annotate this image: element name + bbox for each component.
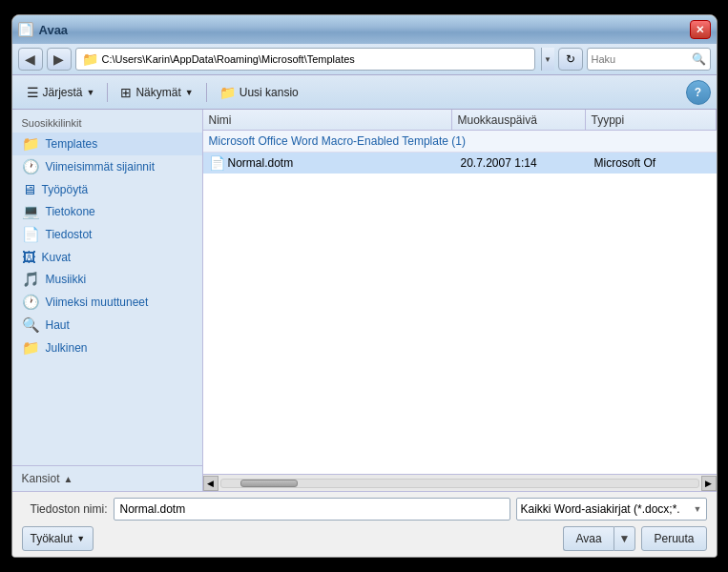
column-header-type[interactable]: Tyyppi bbox=[586, 110, 717, 130]
sidebar-item-label-public: Julkinen bbox=[46, 341, 88, 355]
sidebar-item-label-recent: Viimeisimmät sijainnit bbox=[46, 160, 155, 174]
file-list-area: Nimi Muokkauspäivä Tyyppi Microsoft Offi… bbox=[203, 110, 717, 491]
sidebar: Suosikkilinkit 📁 Templates 🕐 Viimeisimmä… bbox=[12, 110, 203, 491]
filetype-value: Kaikki Word-asiakirjat (*.docx;*. bbox=[521, 502, 680, 516]
search-bar: 🔍 bbox=[587, 48, 711, 71]
buttons-row: Työkalut ▼ Avaa ▼ Peruuta bbox=[22, 526, 707, 551]
sidebar-item-label-templates: Templates bbox=[46, 137, 98, 151]
sidebar-item-label-searches: Haut bbox=[46, 318, 70, 332]
sidebar-bottom: Kansiot ▲ bbox=[12, 465, 202, 491]
address-dropdown-button[interactable]: ▼ bbox=[541, 48, 554, 71]
sidebar-item-pictures[interactable]: 🖼 Kuvat bbox=[12, 246, 202, 268]
sidebar-searches-icon: 🔍 bbox=[22, 317, 40, 334]
file-items-container: Microsoft Office Word Macro-Enabled Temp… bbox=[203, 131, 717, 474]
organize-label: Järjestä bbox=[43, 86, 83, 99]
sidebar-item-documents[interactable]: 📄 Tiedostot bbox=[12, 223, 202, 246]
sidebar-templates-icon: 📁 bbox=[22, 135, 40, 153]
cancel-label: Peruuta bbox=[654, 532, 694, 545]
scroll-left-button[interactable]: ◀ bbox=[203, 476, 218, 491]
sidebar-item-public[interactable]: 📁 Julkinen bbox=[12, 337, 202, 359]
filename-label: Tiedoston nimi: bbox=[22, 502, 108, 516]
file-date-normal-dotm: 20.7.2007 1:14 bbox=[461, 156, 594, 170]
search-icon-button[interactable]: 🔍 bbox=[689, 49, 710, 70]
sidebar-item-label-pictures: Kuvat bbox=[42, 251, 72, 264]
new-folder-button[interactable]: 📁 Uusi kansio bbox=[211, 79, 307, 106]
sidebar-computer-icon: 💻 bbox=[22, 203, 40, 220]
file-group-header: Microsoft Office Word Macro-Enabled Temp… bbox=[203, 131, 717, 153]
scroll-track[interactable] bbox=[220, 479, 699, 488]
sidebar-item-recent-locations[interactable]: 🕐 Viimeisimmät sijainnit bbox=[12, 155, 202, 178]
horizontal-scrollbar[interactable]: ◀ ▶ bbox=[203, 474, 717, 491]
file-open-dialog: 📄 Avaa ✕ ◀ ▶ 📁 C:\Users\Karin\AppData\Ro… bbox=[11, 14, 718, 558]
tools-dropdown-icon: ▼ bbox=[76, 534, 85, 543]
open-dropdown-icon: ▼ bbox=[619, 532, 631, 545]
organize-dropdown-icon: ▼ bbox=[87, 88, 95, 97]
sidebar-item-music[interactable]: 🎵 Musiikki bbox=[12, 268, 202, 291]
tools-label: Työkalut bbox=[31, 532, 73, 545]
title-bar: 📄 Avaa ✕ bbox=[12, 15, 717, 44]
folder-icon: 📁 bbox=[82, 51, 98, 67]
scroll-thumb[interactable] bbox=[240, 480, 298, 487]
column-headers: Nimi Muokkauspäivä Tyyppi bbox=[203, 110, 717, 131]
views-icon: ⊞ bbox=[120, 85, 132, 100]
filename-row: Tiedoston nimi: Kaikki Word-asiakirjat (… bbox=[22, 498, 707, 521]
filetype-dropdown-arrow-icon: ▼ bbox=[694, 504, 702, 514]
forward-button[interactable]: ▶ bbox=[47, 48, 72, 71]
sidebar-item-templates[interactable]: 📁 Templates bbox=[12, 133, 202, 155]
toolbar-divider-1 bbox=[107, 83, 108, 102]
address-bar: ◀ ▶ 📁 C:\Users\Karin\AppData\Roaming\Mic… bbox=[12, 44, 717, 75]
forward-arrow-icon: ▶ bbox=[53, 51, 64, 67]
toolbar-divider-2 bbox=[206, 83, 207, 102]
filetype-dropdown[interactable]: Kaikki Word-asiakirjat (*.docx;*. ▼ bbox=[516, 498, 707, 521]
folders-collapse-icon: ▲ bbox=[64, 474, 73, 484]
sidebar-pictures-icon: 🖼 bbox=[22, 249, 36, 265]
sidebar-item-label-computer: Tietokone bbox=[46, 205, 95, 218]
sidebar-item-desktop[interactable]: 🖥 Työpöytä bbox=[12, 178, 202, 200]
refresh-icon: ↻ bbox=[566, 52, 575, 66]
sidebar-recent-icon: 🕐 bbox=[22, 158, 40, 175]
open-button[interactable]: Avaa bbox=[563, 526, 613, 551]
folders-label: Kansiot bbox=[22, 472, 60, 485]
back-arrow-icon: ◀ bbox=[25, 51, 35, 67]
file-item-normal-dotm[interactable]: 📄 Normal.dotm 20.7.2007 1:14 Microsoft O… bbox=[203, 153, 717, 174]
sidebar-desktop-icon: 🖥 bbox=[22, 181, 36, 197]
sidebar-recently-changed-icon: 🕐 bbox=[22, 294, 40, 311]
window-icon: 📄 bbox=[18, 22, 33, 37]
folders-section-header[interactable]: Kansiot ▲ bbox=[22, 472, 193, 485]
toolbar: ☰ Järjestä ▼ ⊞ Näkymät ▼ 📁 Uusi kansio ? bbox=[12, 75, 717, 110]
sidebar-public-icon: 📁 bbox=[22, 339, 40, 357]
back-button[interactable]: ◀ bbox=[18, 48, 43, 71]
file-type-normal-dotm: Microsoft Of bbox=[594, 156, 711, 170]
sidebar-item-label-desktop: Työpöytä bbox=[42, 183, 89, 196]
sidebar-item-label-music: Musiikki bbox=[46, 273, 87, 286]
cancel-button[interactable]: Peruuta bbox=[641, 526, 706, 551]
address-path-text: C:\Users\Karin\AppData\Roaming\Microsoft… bbox=[102, 53, 355, 65]
open-dropdown-button[interactable]: ▼ bbox=[614, 526, 636, 551]
tools-button[interactable]: Työkalut ▼ bbox=[22, 526, 94, 551]
close-button[interactable]: ✕ bbox=[690, 20, 711, 39]
sidebar-item-label-documents: Tiedostot bbox=[46, 228, 93, 241]
refresh-button[interactable]: ↻ bbox=[558, 48, 583, 71]
search-input[interactable] bbox=[588, 53, 689, 65]
sidebar-item-recently-changed[interactable]: 🕐 Viimeksi muuttuneet bbox=[12, 291, 202, 314]
open-button-group: Avaa ▼ bbox=[563, 526, 635, 551]
sidebar-documents-icon: 📄 bbox=[22, 226, 40, 243]
views-button[interactable]: ⊞ Näkymät ▼ bbox=[112, 79, 201, 106]
organize-button[interactable]: ☰ Järjestä ▼ bbox=[18, 79, 104, 106]
open-label: Avaa bbox=[575, 532, 601, 545]
file-icon-normal-dotm: 📄 bbox=[209, 155, 228, 171]
file-name-normal-dotm: Normal.dotm bbox=[228, 156, 461, 170]
help-icon: ? bbox=[695, 86, 701, 99]
filename-input[interactable] bbox=[114, 498, 510, 521]
scroll-right-button[interactable]: ▶ bbox=[701, 476, 717, 491]
content-area: Suosikkilinkit 📁 Templates 🕐 Viimeisimmä… bbox=[12, 110, 717, 491]
column-header-date[interactable]: Muokkauspäivä bbox=[452, 110, 586, 130]
sidebar-item-computer[interactable]: 💻 Tietokone bbox=[12, 200, 202, 223]
address-path-bar[interactable]: 📁 C:\Users\Karin\AppData\Roaming\Microso… bbox=[75, 48, 535, 71]
new-folder-label: Uusi kansio bbox=[239, 86, 299, 99]
help-button[interactable]: ? bbox=[686, 80, 711, 105]
sidebar-item-searches[interactable]: 🔍 Haut bbox=[12, 314, 202, 337]
views-dropdown-icon: ▼ bbox=[185, 88, 194, 97]
favorites-header: Suosikkilinkit bbox=[12, 110, 202, 133]
column-header-name[interactable]: Nimi bbox=[203, 110, 452, 130]
